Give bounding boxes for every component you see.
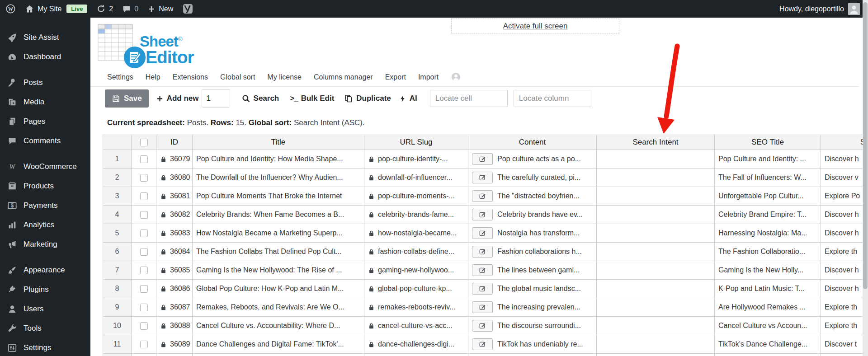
row-number-cell[interactable]: 5 bbox=[103, 224, 132, 243]
cell-title[interactable]: Pop Culture and Identity: How Media Shap… bbox=[193, 150, 364, 169]
sidebar-item-analytics[interactable]: Analytics bbox=[0, 215, 90, 234]
cell-url-slug[interactable]: celebrity-brands-fame... bbox=[364, 206, 468, 224]
howdy-account-link[interactable]: Howdy, diegoportillo bbox=[779, 5, 844, 13]
cell-id[interactable]: 36081 bbox=[156, 187, 193, 206]
cell-id[interactable]: 36087 bbox=[156, 298, 193, 317]
cell-seo-title[interactable]: Unforgettable Pop Cultur... bbox=[715, 187, 821, 206]
sidebar-item-appearance[interactable]: Appearance bbox=[0, 260, 90, 280]
cell-seo-description[interactable]: Discover t bbox=[821, 335, 868, 354]
open-editor-button[interactable] bbox=[472, 338, 493, 350]
cell-id[interactable]: 36084 bbox=[156, 243, 193, 261]
cell-search-intent[interactable] bbox=[597, 150, 715, 169]
locate-cell-input[interactable] bbox=[430, 90, 508, 107]
cell-seo-title[interactable] bbox=[715, 354, 821, 356]
sidebar-item-tools[interactable]: Tools bbox=[0, 319, 90, 338]
cell-content[interactable]: Fashion collaborations h... bbox=[468, 243, 597, 261]
new-content-link[interactable]: New bbox=[147, 5, 173, 13]
row-checkbox[interactable] bbox=[140, 304, 148, 311]
cell-seo-description[interactable]: Discover v bbox=[821, 169, 868, 187]
cell-id[interactable]: 36080 bbox=[156, 169, 193, 187]
column-header-content[interactable]: Content bbox=[468, 135, 597, 150]
cell-content[interactable]: Pop culture acts as a po... bbox=[468, 150, 597, 169]
cell-seo-description[interactable]: Discover h bbox=[821, 261, 868, 280]
cell-seo-description[interactable]: Discover h bbox=[821, 280, 868, 298]
row-number-cell[interactable]: 7 bbox=[103, 261, 132, 280]
row-number-cell[interactable]: 3 bbox=[103, 187, 132, 206]
column-header-id[interactable]: ID bbox=[156, 135, 193, 150]
cell-url-slug[interactable]: remakes-reboots-reviv... bbox=[364, 298, 468, 317]
menu-item-import[interactable]: Import bbox=[418, 73, 439, 81]
cell-url-slug[interactable]: pop-culture-identity-... bbox=[364, 150, 468, 169]
cell-seo-title[interactable]: Gaming Is the New Holly... bbox=[715, 261, 821, 280]
open-editor-button[interactable] bbox=[472, 190, 493, 202]
open-editor-button[interactable] bbox=[472, 246, 493, 258]
duplicate-button[interactable]: Duplicate bbox=[344, 94, 391, 103]
cell-url-slug[interactable]: pop-culture-moments-... bbox=[364, 187, 468, 206]
sidebar-item-dashboard[interactable]: Dashboard bbox=[0, 47, 90, 66]
row-checkbox[interactable] bbox=[140, 322, 148, 330]
row-number-cell[interactable]: 8 bbox=[103, 280, 132, 298]
save-button[interactable]: Save bbox=[105, 89, 149, 108]
cell-seo-description[interactable]: Explore th bbox=[821, 317, 868, 335]
updates-link[interactable]: 2 bbox=[96, 4, 113, 14]
cell-search-intent[interactable] bbox=[597, 354, 715, 356]
open-editor-button[interactable] bbox=[472, 264, 493, 276]
menu-item-settings[interactable]: Settings bbox=[107, 73, 133, 81]
column-header-seo-title[interactable]: SEO Title bbox=[715, 135, 821, 150]
cell-title[interactable]: The Fashion Collabs That Defined Pop Cul… bbox=[193, 243, 364, 261]
open-editor-button[interactable] bbox=[472, 209, 493, 220]
cell-url-slug[interactable]: fashion-collabs-define... bbox=[364, 243, 468, 261]
add-count-input[interactable] bbox=[202, 89, 230, 108]
sidebar-item-plugins[interactable]: Plugins bbox=[0, 280, 90, 299]
cell-content[interactable]: The "distracted boyfrien... bbox=[468, 187, 597, 206]
sidebar-item-payments[interactable]: $ Payments bbox=[0, 196, 90, 215]
cell-search-intent[interactable] bbox=[597, 335, 715, 354]
locate-column-input[interactable] bbox=[514, 90, 591, 107]
cell-id[interactable]: 36089 bbox=[156, 335, 193, 354]
cell-title[interactable]: How Nostalgia Became a Marketing Superp.… bbox=[193, 224, 364, 243]
cell-content[interactable]: Celebrity brands have ev... bbox=[468, 206, 597, 224]
account-icon[interactable] bbox=[451, 72, 461, 82]
scrollbar-thumb[interactable] bbox=[863, 2, 868, 289]
user-avatar[interactable] bbox=[848, 3, 860, 15]
cell-seo-title[interactable]: K-Pop and Latin Music: T... bbox=[715, 280, 821, 298]
column-header-title[interactable]: Title bbox=[193, 135, 364, 150]
cell-title[interactable]: The Downfall of the Influencer? Why Audi… bbox=[193, 169, 364, 187]
sidebar-item-products[interactable]: Products bbox=[0, 176, 90, 196]
cell-url-slug[interactable] bbox=[364, 354, 468, 356]
cell-search-intent[interactable] bbox=[597, 187, 715, 206]
cell-id[interactable]: 36083 bbox=[156, 224, 193, 243]
wordpress-logo-button[interactable]: W bbox=[5, 4, 16, 14]
menu-item-extensions[interactable]: Extensions bbox=[173, 73, 208, 81]
row-checkbox[interactable] bbox=[140, 192, 148, 200]
yoast-seo-button[interactable] bbox=[182, 3, 193, 14]
sidebar-item-posts[interactable]: Posts bbox=[0, 73, 90, 92]
menu-item-export[interactable]: Export bbox=[385, 73, 406, 81]
cell-title[interactable] bbox=[193, 354, 364, 356]
ai-button[interactable]: AI bbox=[399, 94, 417, 103]
row-checkbox[interactable] bbox=[140, 267, 148, 274]
cell-seo-description[interactable]: Discover h bbox=[821, 150, 868, 169]
sidebar-item-woocommerce[interactable]: W WooCommerce bbox=[0, 157, 90, 176]
cell-title[interactable]: Gaming Is the New Hollywood: The Rise of… bbox=[193, 261, 364, 280]
menu-item-columns-manager[interactable]: Columns manager bbox=[314, 73, 373, 81]
my-site-link[interactable]: My Site Live bbox=[25, 4, 87, 14]
sidebar-item-media[interactable]: Media bbox=[0, 92, 90, 112]
menu-item-my-license[interactable]: My license bbox=[267, 73, 302, 81]
cell-seo-title[interactable]: Harnessing Nostalgia: Ma... bbox=[715, 224, 821, 243]
sidebar-item-settings[interactable]: Settings bbox=[0, 338, 90, 356]
row-number-cell[interactable]: 9 bbox=[103, 298, 132, 317]
row-checkbox[interactable] bbox=[140, 174, 148, 182]
comments-link[interactable]: 0 bbox=[122, 5, 138, 14]
cell-seo-title[interactable]: Celebrity Brand Empire: T... bbox=[715, 206, 821, 224]
cell-search-intent[interactable] bbox=[597, 224, 715, 243]
cell-seo-title[interactable]: The Fall of Influencers: W... bbox=[715, 169, 821, 187]
sidebar-item-marketing[interactable]: Marketing bbox=[0, 234, 90, 254]
menu-item-global-sort[interactable]: Global sort bbox=[220, 73, 255, 81]
sidebar-item-pages[interactable]: Pages bbox=[0, 112, 90, 131]
cell-id[interactable]: 36088 bbox=[156, 317, 193, 335]
cell-id[interactable]: 36086 bbox=[156, 280, 193, 298]
open-editor-button[interactable] bbox=[472, 172, 493, 183]
row-number-cell[interactable]: 1 bbox=[103, 150, 132, 169]
cell-id[interactable]: 36085 bbox=[156, 261, 193, 280]
